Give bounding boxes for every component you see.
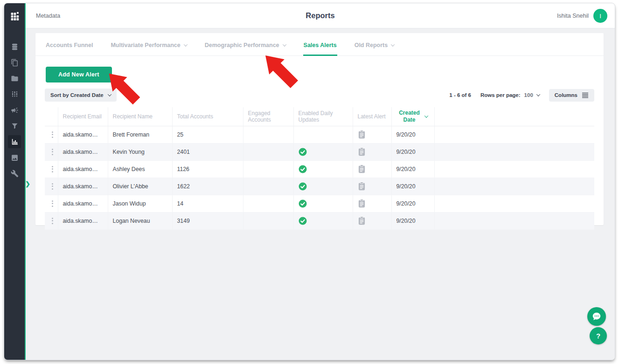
total-accounts-cell: 25 <box>172 126 243 143</box>
total-accounts-cell: 14 <box>172 195 243 212</box>
recipient-name-cell: Brett Foreman <box>108 126 172 143</box>
tab-label: Accounts Funnel <box>46 42 93 48</box>
sidebar-expand-chevron-icon[interactable]: ❯ <box>25 180 30 187</box>
column-header-engaged-accounts[interactable]: Engaged Accounts <box>243 107 293 126</box>
recipient-email-cell: aida.skamo@metad... <box>58 160 108 178</box>
row-menu-kebab-icon[interactable] <box>49 149 55 155</box>
clipboard-icon[interactable] <box>358 147 366 156</box>
recipient-name-cell: Jason Widup <box>108 195 172 212</box>
recipient-name-cell: Olivier L'Abbe <box>108 178 172 195</box>
tab-label: Sales Alerts <box>304 42 337 48</box>
recipient-email-cell: aida.skamo@metad... <box>58 195 108 212</box>
enabled-daily-updates-cell <box>293 212 353 229</box>
sort-dropdown[interactable]: Sort by Created Date <box>45 89 117 102</box>
tab-label: Old Reports <box>355 42 388 48</box>
row-menu-kebab-icon[interactable] <box>49 131 55 138</box>
sort-chevron-down-icon <box>424 114 428 117</box>
pagination-range: 1 - 6 of 6 <box>449 92 471 98</box>
table-row: aida.skamo@metad... Kevin Young 2401 9/2… <box>45 143 594 160</box>
chevron-down-icon <box>391 42 395 46</box>
latest-alert-cell <box>353 195 391 212</box>
tab-label: Demographic Performance <box>205 42 279 48</box>
image-icon[interactable] <box>8 151 21 164</box>
rows-per-page-dropdown[interactable]: Rows per page: 100 <box>480 92 540 98</box>
recipient-name-cell: Ashley Dees <box>108 160 172 178</box>
bar-chart-icon[interactable] <box>8 135 21 148</box>
engaged-accounts-cell <box>243 195 293 212</box>
user-box: Ishita Snehil I <box>557 9 607 23</box>
enabled-daily-updates-cell <box>293 160 353 178</box>
check-circle-icon <box>299 217 307 225</box>
row-menu-kebab-icon[interactable] <box>49 183 55 190</box>
rows-per-page-value: 100 <box>524 92 533 98</box>
column-header-latest-alert[interactable]: Latest Alert <box>353 107 391 126</box>
tab-accounts-funnel[interactable]: Accounts Funnel <box>46 42 93 55</box>
table-controls: Sort by Created Date 1 - 6 of 6 Rows per… <box>45 89 594 102</box>
copy-icon[interactable] <box>8 56 21 69</box>
engaged-accounts-cell <box>243 178 293 195</box>
clipboard-icon[interactable] <box>358 130 366 139</box>
enabled-daily-updates-cell <box>293 143 353 160</box>
table-header-row: Recipient EmailRecipient NameTotal Accou… <box>45 107 594 126</box>
recipient-name-cell: Logan Neveau <box>108 212 172 229</box>
columns-button[interactable]: Columns <box>549 89 594 102</box>
tab-sales-alerts[interactable]: Sales Alerts <box>304 42 337 55</box>
user-name: Ishita Snehil <box>557 13 589 19</box>
column-header-created-date[interactable]: Created Date <box>391 107 434 126</box>
add-new-alert-button[interactable]: Add New Alert <box>46 67 112 82</box>
clipboard-icon[interactable] <box>358 165 366 173</box>
row-menu-kebab-icon[interactable] <box>49 200 55 207</box>
column-header-enabled-daily-updates[interactable]: Enabled Daily Updates <box>293 107 353 126</box>
database-icon[interactable] <box>8 40 21 53</box>
sidebar-nav <box>4 28 25 180</box>
column-header-recipient-email[interactable]: Recipient Email <box>58 107 108 126</box>
table-row: aida.skamo@metad... Jason Widup 14 9/20/… <box>45 195 594 212</box>
folder-icon[interactable] <box>8 72 21 85</box>
total-accounts-cell: 1126 <box>172 160 243 178</box>
row-menu-kebab-icon[interactable] <box>49 218 55 224</box>
check-circle-icon <box>299 148 307 156</box>
tab-multivariate-performance[interactable]: Multivariate Performance <box>111 42 187 55</box>
total-accounts-cell: 1622 <box>172 178 243 195</box>
recipient-name-cell: Kevin Young <box>108 143 172 160</box>
table-row: aida.skamo@metad... Brett Foreman 25 9/2… <box>45 126 594 143</box>
sort-label: Sort by Created Date <box>50 92 104 98</box>
engaged-accounts-cell <box>243 126 293 143</box>
chevron-down-icon <box>536 92 540 96</box>
clipboard-icon[interactable] <box>358 182 366 191</box>
wrench-icon[interactable] <box>8 167 21 180</box>
recipient-email-cell: aida.skamo@metad... <box>58 178 108 195</box>
help-button[interactable]: ? <box>590 327 607 344</box>
created-date-cell: 9/20/20 <box>391 178 434 195</box>
chat-button[interactable] <box>587 307 606 326</box>
clipboard-icon[interactable] <box>358 216 366 225</box>
funnel-icon[interactable] <box>8 119 21 132</box>
enabled-daily-updates-cell <box>293 126 353 143</box>
sliders-icon[interactable] <box>8 88 21 101</box>
check-circle-icon <box>299 199 307 208</box>
hamburger-lines-icon <box>582 92 589 98</box>
clipboard-icon[interactable] <box>358 199 366 208</box>
avatar[interactable]: I <box>593 9 607 23</box>
row-menu-kebab-icon[interactable] <box>49 166 55 172</box>
alerts-table: Recipient EmailRecipient NameTotal Accou… <box>45 107 594 230</box>
engaged-accounts-cell <box>243 160 293 178</box>
sidebar <box>4 3 25 360</box>
tab-label: Multivariate Performance <box>111 42 180 48</box>
app-window: ❯ Metadata Reports Ishita Snehil I Accou… <box>4 3 615 360</box>
column-header-total-accounts[interactable]: Total Accounts <box>172 107 243 126</box>
created-date-cell: 9/20/20 <box>391 160 434 178</box>
created-date-cell: 9/20/20 <box>391 195 434 212</box>
megaphone-icon[interactable] <box>8 103 21 117</box>
content-area: Accounts Funnel Multivariate Performance… <box>26 28 615 360</box>
tab-demographic-performance[interactable]: Demographic Performance <box>205 42 286 55</box>
tab-old-reports[interactable]: Old Reports <box>355 42 395 55</box>
topbar: Metadata Reports Ishita Snehil I <box>26 3 615 28</box>
metadata-logo-icon[interactable] <box>4 3 25 28</box>
chat-bubble-icon <box>591 311 602 322</box>
total-accounts-cell: 3149 <box>172 212 243 229</box>
column-header-recipient-name[interactable]: Recipient Name <box>108 107 172 126</box>
table-row: aida.skamo@metad... Ashley Dees 1126 9/2… <box>45 160 594 178</box>
latest-alert-cell <box>353 212 391 229</box>
latest-alert-cell <box>353 126 391 143</box>
